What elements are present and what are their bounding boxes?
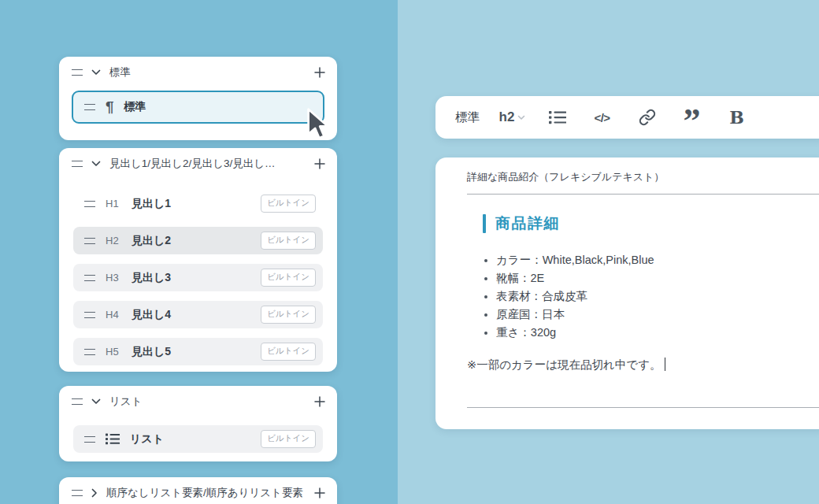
- list-item[interactable]: 靴幅：2E: [484, 269, 819, 287]
- builtin-badge: ビルトイン: [261, 195, 316, 213]
- chevron-down-icon[interactable]: [91, 69, 101, 76]
- bullet-list-icon: [549, 110, 566, 124]
- heading-tag: H2: [106, 235, 121, 246]
- builtin-badge: ビルトイン: [261, 306, 316, 324]
- bullet-dot: [484, 277, 487, 280]
- spec-list: カラー：White,Black,Pink,Blue 靴幅：2E 表素材：合成皮革…: [484, 251, 819, 342]
- editor-content-card: 詳細な商品紹介（フレキシブルテキスト） 商品詳細 カラー：White,Black…: [435, 158, 819, 429]
- block-panel-list-elements: 順序なしリスト要素/順序ありリスト要素: [59, 477, 337, 504]
- block-row-h2[interactable]: H2 見出し2 ビルトイン: [73, 227, 323, 254]
- add-block-button[interactable]: [314, 67, 325, 78]
- list-item[interactable]: 重さ：320g: [484, 324, 819, 342]
- bullet-dot: [484, 313, 487, 317]
- list-item[interactable]: カラー：White,Black,Pink,Blue: [484, 251, 819, 269]
- text-caret: [665, 358, 666, 371]
- code-button[interactable]: </>: [580, 96, 624, 139]
- list-item-text: カラー：White,Black,Pink,Blue: [496, 253, 654, 268]
- panel-title: 見出し1/見出し2/見出し3/見出し…: [109, 157, 276, 171]
- bold-icon: B: [729, 107, 744, 128]
- add-block-button[interactable]: [314, 158, 325, 169]
- chevron-right-icon[interactable]: [91, 488, 98, 498]
- heading-label: 見出し5: [132, 345, 171, 359]
- block-panel-standard: 標準 ¶ 標準: [59, 57, 337, 140]
- block-row-list[interactable]: リスト ビルトイン: [73, 425, 323, 453]
- drag-handle-icon[interactable]: [84, 349, 95, 355]
- list-item[interactable]: 表素材：合成皮革: [484, 287, 819, 306]
- chevron-down-icon[interactable]: [91, 161, 101, 167]
- heading-tag: H3: [106, 272, 121, 284]
- panel-title: 標準: [109, 65, 131, 80]
- drag-handle-icon[interactable]: [84, 201, 95, 207]
- quote-icon: ”: [684, 111, 701, 127]
- code-icon: </>: [594, 111, 610, 124]
- note-text: ※一部のカラーは現在品切れ中です。: [467, 358, 662, 371]
- drag-handle-icon[interactable]: [84, 275, 95, 281]
- divider: [467, 407, 819, 408]
- builtin-badge: ビルトイン: [261, 343, 316, 361]
- paragraph-icon: ¶: [106, 98, 114, 116]
- drag-handle-icon[interactable]: [72, 398, 83, 405]
- drag-handle-icon[interactable]: [84, 436, 95, 443]
- mouse-cursor-icon: [305, 107, 332, 142]
- block-item-label: リスト: [130, 432, 164, 447]
- add-block-button[interactable]: [314, 487, 325, 498]
- editor-toolbar: 標準 h2 </> ” B: [435, 96, 819, 139]
- field-label: 詳細な商品紹介（フレキシブルテキスト）: [467, 170, 819, 184]
- list-item[interactable]: 原産国：日本: [484, 306, 819, 324]
- block-row-h1[interactable]: H1 見出し1 ビルトイン: [73, 190, 323, 217]
- bullet-dot: [484, 332, 487, 335]
- list-item-text: 原産国：日本: [496, 307, 565, 322]
- panel-header-list: リスト: [59, 386, 337, 417]
- add-block-button[interactable]: [314, 396, 325, 407]
- heading-label: 見出し3: [132, 271, 171, 285]
- heading-level-label: h2: [499, 109, 515, 125]
- heading-label: 見出し2: [132, 234, 171, 248]
- heading-tag: H4: [106, 309, 121, 321]
- list-item-text: 重さ：320g: [496, 325, 556, 340]
- block-panel-list: リスト リスト ビルトイン: [59, 386, 337, 461]
- bullet-list-icon: [106, 433, 120, 445]
- drag-handle-icon[interactable]: [84, 104, 95, 110]
- note-line[interactable]: ※一部のカラーは現在品切れ中です。: [467, 358, 819, 372]
- bullet-dot: [484, 259, 487, 262]
- block-panel-headings: 見出し1/見出し2/見出し3/見出し… H1 見出し1 ビルトイン H2 見出し…: [59, 148, 337, 372]
- heading-text: 商品詳細: [495, 213, 560, 234]
- bullet-dot: [484, 295, 487, 298]
- format-standard-button[interactable]: 標準: [445, 96, 490, 139]
- list-item-text: 表素材：合成皮革: [496, 289, 587, 304]
- builtin-badge: ビルトイン: [261, 232, 316, 250]
- divider: [467, 194, 819, 195]
- panel-title: リスト: [109, 395, 142, 409]
- drag-handle-icon[interactable]: [84, 312, 95, 318]
- block-row-h5[interactable]: H5 見出し5 ビルトイン: [73, 338, 323, 365]
- content-heading: 商品詳細: [483, 213, 819, 234]
- heading-level-dropdown[interactable]: h2: [490, 96, 535, 139]
- panel-header-standard: 標準: [59, 57, 337, 88]
- chevron-down-icon[interactable]: [91, 398, 101, 405]
- link-icon: [639, 109, 656, 126]
- panel-header-list-elements: 順序なしリスト要素/順序ありリスト要素: [59, 477, 337, 504]
- heading-tag: H1: [106, 198, 121, 209]
- heading-label: 見出し4: [132, 308, 171, 322]
- quote-button[interactable]: ”: [669, 96, 714, 139]
- drag-handle-icon[interactable]: [72, 161, 83, 167]
- block-row-h4[interactable]: H4 見出し4 ビルトイン: [73, 301, 323, 328]
- heading-label: 見出し1: [132, 197, 171, 211]
- heading-tag: H5: [106, 346, 121, 358]
- block-row-h3[interactable]: H3 見出し3 ビルトイン: [73, 264, 323, 291]
- bullet-list-button[interactable]: [535, 96, 580, 139]
- drag-handle-icon[interactable]: [72, 69, 83, 76]
- panel-header-headings: 見出し1/見出し2/見出し3/見出し…: [59, 148, 337, 180]
- drag-handle-icon[interactable]: [72, 490, 83, 496]
- link-button[interactable]: [624, 96, 669, 139]
- bold-button[interactable]: B: [714, 96, 759, 139]
- block-item-standard-selected[interactable]: ¶ 標準: [72, 91, 324, 124]
- list-item-text: 靴幅：2E: [496, 271, 544, 286]
- builtin-badge: ビルトイン: [261, 269, 316, 287]
- heading-accent-bar: [483, 214, 486, 233]
- format-standard-label: 標準: [455, 109, 480, 126]
- block-item-label: 標準: [124, 100, 146, 114]
- drag-handle-icon[interactable]: [84, 238, 95, 244]
- builtin-badge: ビルトイン: [261, 430, 316, 448]
- panel-title: 順序なしリスト要素/順序ありリスト要素: [106, 486, 303, 500]
